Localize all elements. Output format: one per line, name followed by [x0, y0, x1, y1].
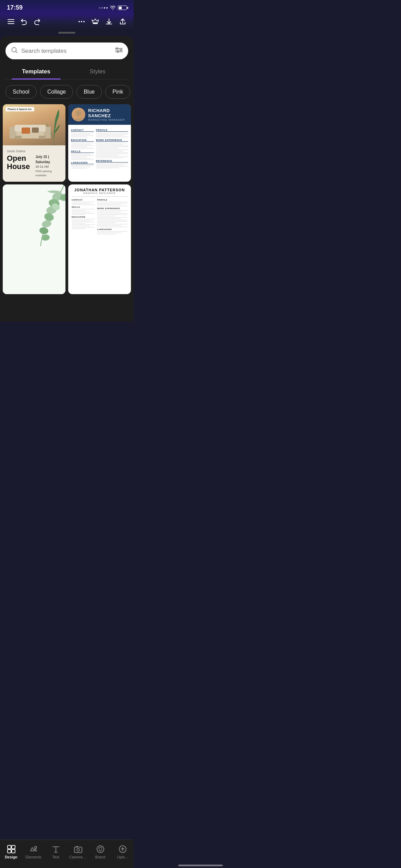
open-house-time: 10-11 AM	[36, 165, 62, 169]
svg-rect-16	[15, 136, 22, 139]
open-house-details: July 15 | Saturday 10-11 AM PWD parking …	[36, 154, 62, 178]
share-button[interactable]	[119, 17, 127, 26]
jp-resume-body: CONTACT SKILLS EDUCATION	[72, 198, 127, 235]
category-list: School Collage Blue Pink Food Birthday	[0, 80, 134, 104]
jp-resume-title: GRAPHIC DESIGNER	[72, 192, 127, 194]
status-bar: 17:59	[0, 0, 134, 14]
toolbar-left	[7, 17, 41, 26]
battery-icon	[118, 5, 127, 10]
resume-job-title: MARKETING MANAGER	[88, 118, 127, 121]
open-house-parking: PWD parking available.	[36, 169, 62, 178]
status-icons	[99, 5, 127, 10]
download-button[interactable]	[105, 17, 113, 26]
svg-rect-0	[93, 23, 98, 24]
search-bar[interactable]	[5, 43, 128, 59]
tab-templates[interactable]: Templates	[5, 63, 67, 79]
jp-left-col: CONTACT SKILLS EDUCATION	[72, 198, 95, 235]
drag-handle-area	[0, 29, 134, 36]
template-open-house[interactable]: Phases & Spaces Inc.	[3, 104, 65, 182]
drag-handle	[58, 32, 75, 34]
toolbar-right	[77, 17, 127, 26]
toolbar	[0, 14, 134, 29]
category-school[interactable]: School	[5, 85, 37, 99]
svg-rect-19	[32, 128, 39, 133]
search-container	[0, 36, 134, 63]
open-house-title: Open House	[7, 154, 33, 178]
menu-button[interactable]	[7, 17, 15, 26]
main-panel: Templates Styles School Collage Blue Pin…	[0, 36, 134, 322]
tab-bar: Templates Styles	[5, 63, 128, 80]
svg-point-11	[51, 144, 56, 145]
undo-button[interactable]	[20, 17, 28, 26]
filter-icon[interactable]	[115, 47, 123, 55]
resume-avatar	[72, 108, 85, 121]
botanical-leaves	[3, 184, 65, 294]
search-icon	[11, 47, 18, 55]
svg-point-26	[39, 226, 49, 234]
svg-point-20	[76, 110, 81, 116]
open-house-location: Santa Solana	[7, 149, 61, 153]
category-pink[interactable]: Pink	[105, 85, 130, 99]
resume-name: RICHARD SANCHEZ	[88, 108, 127, 118]
status-time: 17:59	[7, 4, 23, 11]
resume-right-column: PROFILE WORK EXPERIENCE	[96, 128, 128, 169]
sofa-decoration	[10, 118, 51, 142]
template-richard-resume[interactable]: RICHARD SANCHEZ MARKETING MANAGER CONTAC…	[68, 104, 131, 182]
signal-icon	[99, 7, 108, 9]
template-grid: Phases & Spaces Inc.	[0, 104, 134, 294]
open-house-date: July 15 | Saturday	[36, 154, 62, 165]
resume-left-column: CONTACT EDUCATION SKILLS	[71, 128, 94, 169]
search-input[interactable]	[21, 48, 112, 55]
tab-styles[interactable]: Styles	[67, 63, 128, 79]
redo-button[interactable]	[33, 17, 41, 26]
category-blue[interactable]: Blue	[76, 85, 102, 99]
svg-rect-18	[22, 128, 30, 134]
wifi-icon	[110, 5, 116, 10]
more-button[interactable]	[77, 17, 86, 26]
template-jonathan-resume[interactable]: JONATHAN PATTERSON GRAPHIC DESIGNER CONT…	[68, 184, 131, 294]
template-botanical[interactable]	[3, 184, 65, 294]
svg-rect-17	[39, 136, 46, 139]
jp-resume-name: JONATHAN PATTERSON	[72, 188, 127, 192]
jp-right-col: PROFILE WORK EXPERIENCE	[97, 198, 127, 235]
category-collage[interactable]: Collage	[40, 85, 73, 99]
open-house-brand: Phases & Spaces Inc.	[5, 107, 34, 111]
pro-button[interactable]	[91, 17, 99, 26]
